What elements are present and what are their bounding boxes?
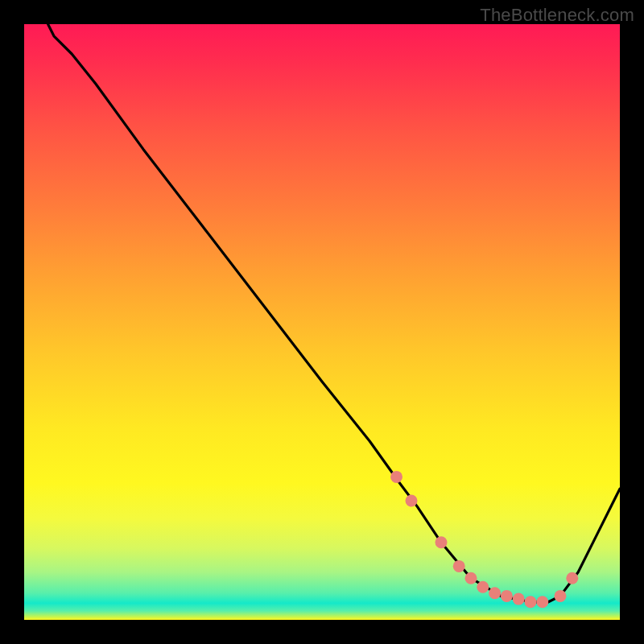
chart-marker-point [477,581,489,593]
chart-marker-point [566,572,578,584]
chart-marker-point [501,590,513,602]
attribution-text: TheBottleneck.com [480,5,634,26]
chart-marker-point [453,560,465,572]
chart-plot-area [24,24,620,620]
chart-line-series [48,24,620,602]
chart-marker-point [406,495,418,507]
chart-marker-group [390,471,578,608]
chart-svg [24,24,620,620]
chart-marker-point [555,590,567,602]
chart-marker-point [390,471,402,483]
chart-marker-point [513,593,525,605]
chart-marker-point [536,596,548,608]
chart-marker-point [525,596,537,608]
chart-marker-point [489,587,501,599]
chart-marker-point [436,536,448,548]
chart-marker-point [465,572,477,584]
